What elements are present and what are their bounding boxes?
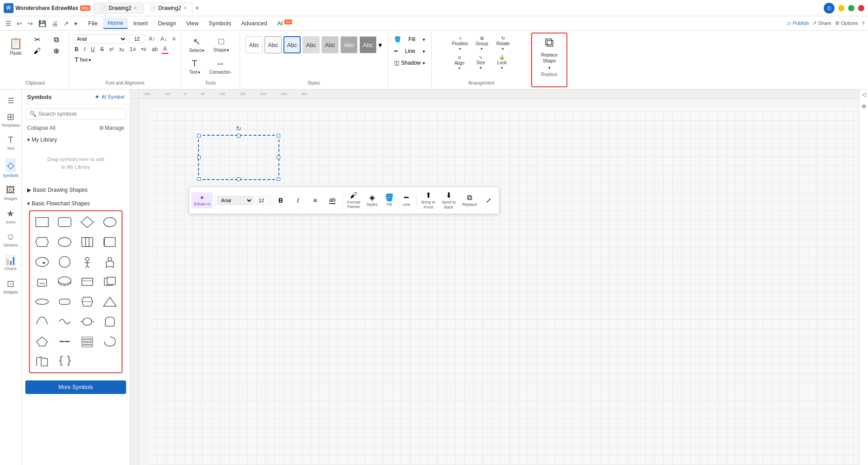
text-dropdown-icon[interactable]: ▾ <box>89 57 91 62</box>
options-btn[interactable]: ⚙ Options <box>835 20 858 26</box>
sidebar-item-text[interactable]: T Text <box>7 131 14 154</box>
copy-button[interactable]: ⧉ <box>47 34 65 45</box>
shape-cell-8[interactable] <box>99 233 120 251</box>
menu-home[interactable]: Home <box>103 18 128 29</box>
shape-cell-18[interactable] <box>54 293 75 311</box>
handle-mr[interactable] <box>277 156 280 159</box>
ctx-replace-btn[interactable]: ⧉ Replace <box>459 192 480 209</box>
print-button[interactable]: 🖨 <box>50 19 60 28</box>
collapse-all-button[interactable]: Collapse All <box>27 125 56 131</box>
manage-button[interactable]: ⚙ Manage <box>99 125 124 131</box>
sidebar-item-symbols[interactable]: ◇ Symbols <box>3 154 19 181</box>
align-button[interactable]: ⧈ Align ▾ <box>449 53 470 72</box>
shape-cell-20[interactable] <box>99 293 120 311</box>
format-painter-button[interactable]: 🖌 <box>28 46 46 56</box>
shape-cell-21[interactable] <box>32 313 52 331</box>
basic-flowchart-header[interactable]: ▾ Basic Flowchart Shapes <box>27 199 124 209</box>
sidebar-item-templates[interactable]: ⊞ Templates <box>1 108 20 131</box>
select-dropdown[interactable]: Select ▾ <box>189 48 204 53</box>
sidebar-item-images[interactable]: 🖼 Images <box>4 181 18 204</box>
shadow-dropdown[interactable]: ▾ <box>423 61 425 66</box>
right-btn-1[interactable]: ◁ <box>862 91 866 98</box>
save-button[interactable]: 💾 <box>37 19 48 28</box>
help-btn[interactable]: ? <box>862 21 864 26</box>
my-library-header[interactable]: ▾ My Library <box>27 135 124 145</box>
shape-cell-3[interactable] <box>77 213 98 231</box>
redo-button[interactable]: ↪ <box>26 19 35 28</box>
fill-dropdown[interactable]: ▾ <box>423 37 425 42</box>
ai-symbol-button[interactable]: ✦ AI Symbol <box>94 93 124 100</box>
connector-tool[interactable]: ↔ Connector - <box>206 57 236 76</box>
subscript-btn[interactable]: x₂ <box>118 45 126 53</box>
shape-cell-13[interactable]: Yes <box>32 273 52 291</box>
shape-cell-27[interactable] <box>77 332 98 351</box>
shape-cell-23[interactable] <box>77 313 98 331</box>
menu-insert[interactable]: Insert <box>129 18 153 28</box>
rotate-button[interactable]: ↻ Rotate ▾ <box>493 34 513 52</box>
share-btn[interactable]: ↗ Share <box>812 20 831 26</box>
connector-dropdown[interactable]: Connector - <box>209 70 232 75</box>
style-btn-3[interactable]: Abc <box>283 36 301 53</box>
sidebar-toggle-btn[interactable]: ☰ <box>4 93 18 108</box>
ctx-send-back-btn[interactable]: ⬇ Send toBack <box>439 189 458 212</box>
ctx-format-painter-btn[interactable]: 🖌 FormatPainter <box>344 190 363 212</box>
grid-canvas[interactable]: ↻ ✦ Edraw AI <box>148 108 868 465</box>
shape-cell-10[interactable] <box>54 253 75 271</box>
bold-btn[interactable]: B <box>73 45 80 53</box>
minimize-button[interactable] <box>838 5 844 11</box>
underline-btn[interactable]: U <box>89 45 97 53</box>
ab-btn[interactable]: ab <box>150 45 160 53</box>
ctx-expand-btn[interactable]: ⤢ <box>481 196 497 205</box>
superscript-btn[interactable]: x² <box>108 45 116 53</box>
ctx-line-btn[interactable]: ━ Line <box>398 191 415 209</box>
shape-tool[interactable]: □ Shape ▾ <box>210 34 233 55</box>
sidebar-item-widgets[interactable]: ⊡ Widgets <box>3 275 18 298</box>
clone-button[interactable]: ⊕ <box>47 46 65 56</box>
edraw-ai-button[interactable]: ✦ Edraw AI <box>191 192 213 208</box>
lock-button[interactable]: 🔒 Lock ▾ <box>492 53 512 72</box>
numbered-list-btn[interactable]: 1≡ <box>128 45 138 53</box>
sidebar-item-charts[interactable]: 📊 Charts <box>5 251 17 275</box>
export-button[interactable]: ↗ <box>61 19 71 28</box>
text-btn[interactable]: T Text ▾ <box>73 55 93 64</box>
text-tool[interactable]: T Text ▾ <box>185 57 203 76</box>
tab-drawing2-1[interactable]: 📄 Drawing2 ✕ <box>94 3 143 14</box>
style-btn-5[interactable]: Abc <box>321 36 339 53</box>
tab-drawing2-2[interactable]: 📄 Drawing2 ✕ <box>144 3 193 14</box>
handle-br[interactable] <box>277 177 280 181</box>
style-btn-1[interactable]: Abc <box>245 36 263 53</box>
shape-cell-12[interactable] <box>99 253 120 271</box>
sidebar-item-stickers[interactable]: ☺ Stickers <box>3 228 18 251</box>
text-dropdown[interactable]: Text ▾ <box>189 70 200 75</box>
position-button[interactable]: ⊹ Position ▾ <box>449 34 471 52</box>
ctx-styles-btn[interactable]: ◈ Styles <box>364 191 381 209</box>
tab-close-btn[interactable]: ✕ <box>133 5 137 10</box>
undo-button[interactable]: ↩ <box>15 19 24 28</box>
styles-more-btn[interactable]: ▾ <box>378 41 382 49</box>
collapse-sidebar-btn[interactable]: ☰ <box>4 19 13 28</box>
ctx-font-size[interactable] <box>254 196 269 204</box>
maximize-button[interactable] <box>848 5 854 11</box>
ctx-fill-btn[interactable]: 🪣 Fill <box>381 191 397 209</box>
style-btn-6[interactable]: Abc <box>340 36 358 53</box>
tab-close-btn-2[interactable]: ✕ <box>183 5 187 10</box>
more-symbols-button[interactable]: More Symbols <box>25 380 126 394</box>
sidebar-item-icons[interactable]: ★ Icons <box>6 204 16 228</box>
menu-symbols[interactable]: Symbols <box>204 18 236 28</box>
shape-cell-9[interactable] <box>32 253 52 271</box>
shape-cell-22[interactable] <box>54 313 75 331</box>
selected-shape[interactable]: ↻ <box>198 135 279 180</box>
bullet-list-btn[interactable]: •≡ <box>139 45 148 53</box>
shape-cell-6[interactable] <box>54 233 75 251</box>
shape-cell-11[interactable] <box>77 253 98 271</box>
fill-button[interactable]: 🪣 Fill ▾ <box>392 34 428 44</box>
shape-cell-25[interactable] <box>32 332 52 351</box>
shape-dropdown[interactable]: Shape ▾ <box>213 47 229 52</box>
style-btn-7[interactable]: Abc <box>359 36 377 53</box>
strikethrough-btn[interactable]: S <box>99 45 106 53</box>
handle-tl[interactable] <box>197 134 201 138</box>
shape-cell-28[interactable] <box>99 332 120 351</box>
text-align-btn[interactable]: ≡ <box>170 35 177 43</box>
shape-cell-24[interactable] <box>99 313 120 331</box>
shadow-button[interactable]: ◫ Shadow ▾ <box>392 58 428 68</box>
